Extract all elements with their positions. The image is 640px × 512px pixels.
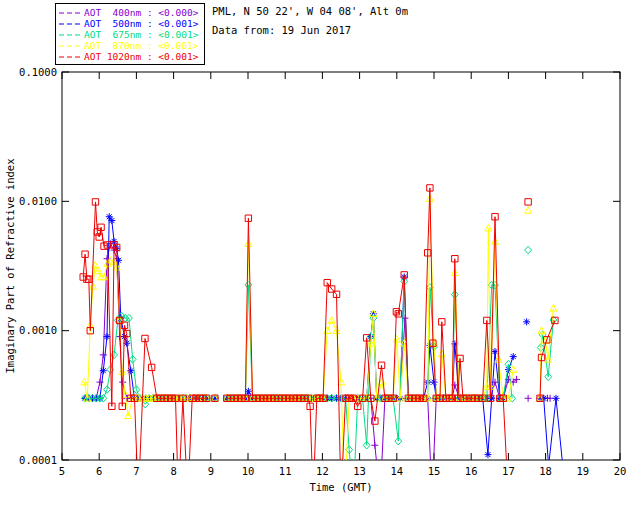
x-tick-label: 7 [133, 465, 139, 477]
x-tick-label: 5 [59, 465, 65, 477]
y-tick-label: 0.0001 [19, 454, 57, 466]
x-tick-label: 6 [96, 465, 102, 477]
x-tick-label: 16 [465, 465, 478, 477]
y-tick-label: 0.0010 [19, 324, 57, 336]
series-markers-aot-1020nm [224, 185, 507, 425]
series-markers-aot-675nm [525, 246, 532, 254]
x-tick-label: 17 [502, 465, 515, 477]
x-tick-label: 11 [279, 465, 292, 477]
x-axis-title: Time (GMT) [309, 481, 372, 493]
x-tick-label: 8 [170, 465, 176, 477]
series-line-aot-870nm [84, 260, 206, 415]
series-line-aot-675nm [85, 316, 207, 404]
series-markers-aot-400nm [525, 395, 532, 402]
chart: 567891011121314151617181920Time (GMT)0.0… [0, 0, 640, 512]
series-line-aot-870nm [227, 199, 513, 499]
x-tick-label: 12 [316, 465, 329, 477]
series-aot-1020nm [80, 185, 558, 499]
y-tick-label: 0.1000 [19, 66, 57, 78]
y-tick-label: 0.0100 [19, 195, 57, 207]
series-aot-500nm [82, 213, 567, 499]
y-axis: 0.00010.00100.01000.1000Imaginary Part o… [4, 66, 620, 466]
y-axis-title: Imaginary Part of Refractive index [4, 159, 16, 374]
plot-window: AOT 400nm : <0.000>AOT 500nm : <0.001>AO… [0, 0, 640, 512]
series-line-aot-1020nm [227, 188, 509, 499]
x-tick-label: 18 [539, 465, 552, 477]
x-tick-label: 19 [576, 465, 589, 477]
x-tick-label: 13 [353, 465, 366, 477]
x-tick-label: 15 [428, 465, 441, 477]
series-markers-aot-1020nm [80, 199, 210, 410]
series-line-aot-1020nm [83, 202, 207, 499]
x-tick-label: 10 [242, 465, 255, 477]
series-markers-aot-1020nm [525, 199, 531, 205]
x-tick-label: 9 [208, 465, 214, 477]
x-tick-label: 20 [614, 465, 627, 477]
series-markers-aot-500nm [523, 318, 530, 325]
series-markers-aot-870nm [525, 207, 532, 214]
x-tick-label: 14 [390, 465, 403, 477]
series-line-aot-500nm [540, 398, 566, 499]
